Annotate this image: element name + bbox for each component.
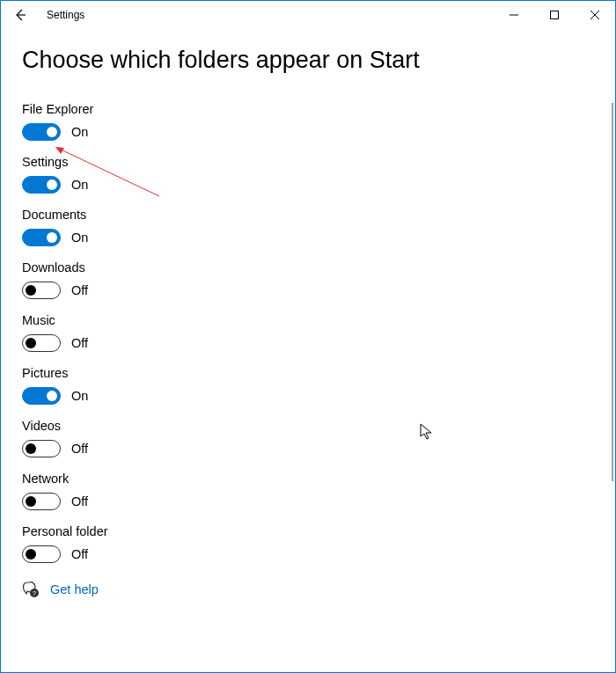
folder-option: NetworkOff: [22, 472, 594, 510]
toggle-switch[interactable]: [22, 123, 61, 141]
toggle-state-label: Off: [71, 442, 88, 456]
toggle-switch[interactable]: [22, 229, 61, 246]
option-label: Documents: [22, 208, 594, 222]
toggle-switch[interactable]: [22, 176, 61, 194]
svg-rect-2: [551, 11, 559, 19]
page-title: Choose which folders appear on Start: [22, 47, 594, 74]
help-icon: ?: [22, 581, 40, 598]
close-button[interactable]: [575, 1, 615, 29]
maximize-button[interactable]: [534, 1, 575, 29]
toggle-switch[interactable]: [22, 282, 61, 299]
toggle-state-label: Off: [71, 283, 88, 297]
toggle-switch[interactable]: [22, 387, 61, 405]
folder-option: PicturesOn: [22, 366, 594, 405]
toggle-state-label: Off: [71, 494, 88, 508]
toggle-state-label: On: [71, 389, 88, 403]
back-button[interactable]: [1, 1, 40, 29]
option-label: Network: [22, 472, 594, 486]
toggle-switch[interactable]: [22, 334, 61, 352]
minimize-button[interactable]: [494, 1, 534, 29]
folder-option: Personal folderOff: [22, 524, 594, 563]
folder-option: DocumentsOn: [22, 208, 594, 246]
toggle-state-label: On: [71, 178, 88, 192]
toggle-switch[interactable]: [22, 493, 61, 510]
option-label: File Explorer: [22, 102, 594, 116]
folder-option: VideosOff: [22, 419, 594, 457]
folder-option: DownloadsOff: [22, 260, 594, 299]
toggle-state-label: On: [71, 230, 88, 245]
folder-option: MusicOff: [22, 313, 594, 352]
option-label: Pictures: [22, 366, 594, 380]
window-title: Settings: [47, 9, 84, 21]
svg-text:?: ?: [33, 590, 36, 596]
option-label: Videos: [22, 419, 594, 433]
option-label: Settings: [22, 155, 594, 169]
option-label: Music: [22, 313, 594, 327]
toggle-state-label: On: [71, 125, 88, 139]
toggle-state-label: Off: [71, 336, 88, 350]
toggle-switch[interactable]: [22, 440, 61, 457]
folder-option: SettingsOn: [22, 155, 594, 194]
option-label: Downloads: [22, 260, 594, 274]
get-help-link[interactable]: Get help: [50, 582, 99, 596]
toggle-switch[interactable]: [22, 545, 61, 563]
folder-option: File ExplorerOn: [22, 102, 594, 141]
scrollbar[interactable]: [612, 103, 613, 481]
option-label: Personal folder: [22, 524, 594, 538]
toggle-state-label: Off: [71, 547, 88, 561]
